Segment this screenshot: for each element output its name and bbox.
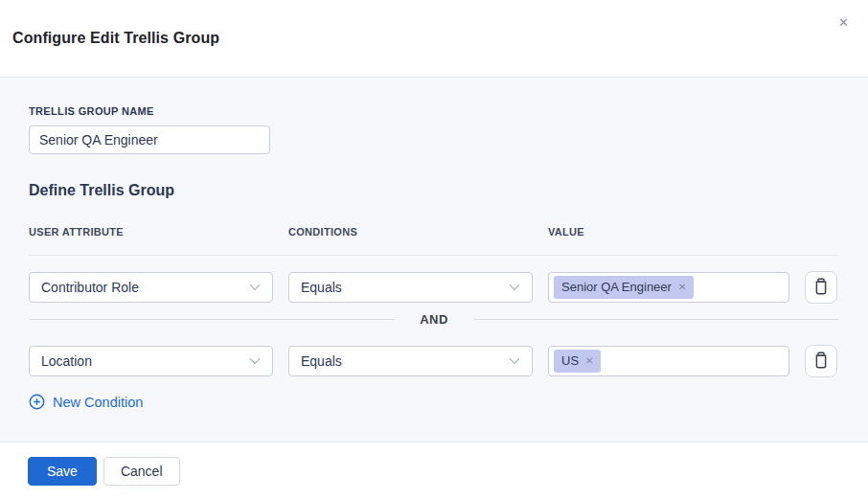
save-button[interactable]: Save (28, 457, 97, 486)
tag-remove-icon[interactable]: ✕ (585, 356, 593, 366)
user-attribute-select-1[interactable]: Contributor Role (29, 272, 273, 303)
user-attribute-select-2[interactable]: Location (29, 346, 273, 376)
chevron-down-icon (249, 284, 261, 291)
delete-condition-button-2[interactable] (805, 345, 837, 377)
condition-select-1-value: Equals (301, 280, 342, 295)
configure-trellis-group-modal: Configure Edit Trellis Group ✕ TRELLIS G… (0, 0, 868, 499)
trash-icon (813, 352, 829, 372)
value-tag: Senior QA Engineer ✕ (554, 276, 694, 299)
value-tag-label: Senior QA Engineer (561, 280, 672, 294)
condition-select-2[interactable]: Equals (288, 346, 533, 376)
modal-title: Configure Edit Trellis Group (12, 30, 219, 47)
column-header-value: VALUE (548, 226, 789, 238)
delete-condition-button-1[interactable] (805, 271, 837, 304)
plus-circle-icon (29, 394, 45, 410)
chevron-down-icon (249, 357, 261, 365)
joiner-label: AND (420, 312, 447, 327)
modal-footer: Save Cancel (0, 442, 868, 499)
value-input-1[interactable]: Senior QA Engineer ✕ (548, 272, 789, 303)
value-tag-label: US (561, 353, 579, 368)
modal-header: Configure Edit Trellis Group ✕ (0, 0, 868, 78)
user-attribute-select-2-value: Location (41, 353, 92, 369)
cancel-button[interactable]: Cancel (103, 457, 180, 486)
column-header-conditions: CONDITIONS (288, 226, 533, 238)
condition-row-2: Location Equals US ✕ (29, 345, 839, 377)
tag-remove-icon[interactable]: ✕ (678, 283, 686, 292)
close-icon[interactable]: ✕ (836, 14, 851, 31)
user-attribute-select-1-value: Contributor Role (41, 280, 139, 295)
and-joiner: AND (29, 312, 839, 327)
value-input-2[interactable]: US ✕ (548, 346, 789, 376)
column-header-user-attribute: USER ATTRIBUTE (29, 226, 273, 238)
joiner-line-right (473, 319, 839, 320)
condition-row-1: Contributor Role Equals Senior QA Engine… (29, 271, 839, 304)
chevron-down-icon (509, 284, 520, 291)
trellis-group-name-input[interactable] (29, 125, 270, 154)
condition-select-1[interactable]: Equals (288, 272, 533, 303)
joiner-line-left (29, 319, 395, 320)
condition-select-2-value: Equals (301, 353, 342, 369)
header-divider (29, 255, 839, 256)
trash-icon (813, 278, 829, 298)
modal-body: TRELLIS GROUP NAME Define Trellis Group … (0, 78, 868, 442)
column-headers: USER ATTRIBUTE CONDITIONS VALUE (29, 226, 839, 238)
define-trellis-group-heading: Define Trellis Group (29, 182, 839, 199)
chevron-down-icon (509, 357, 520, 365)
value-tag: US ✕ (554, 350, 601, 373)
new-condition-button[interactable]: New Condition (29, 394, 143, 410)
new-condition-label: New Condition (53, 395, 143, 410)
trellis-group-name-label: TRELLIS GROUP NAME (29, 105, 839, 117)
